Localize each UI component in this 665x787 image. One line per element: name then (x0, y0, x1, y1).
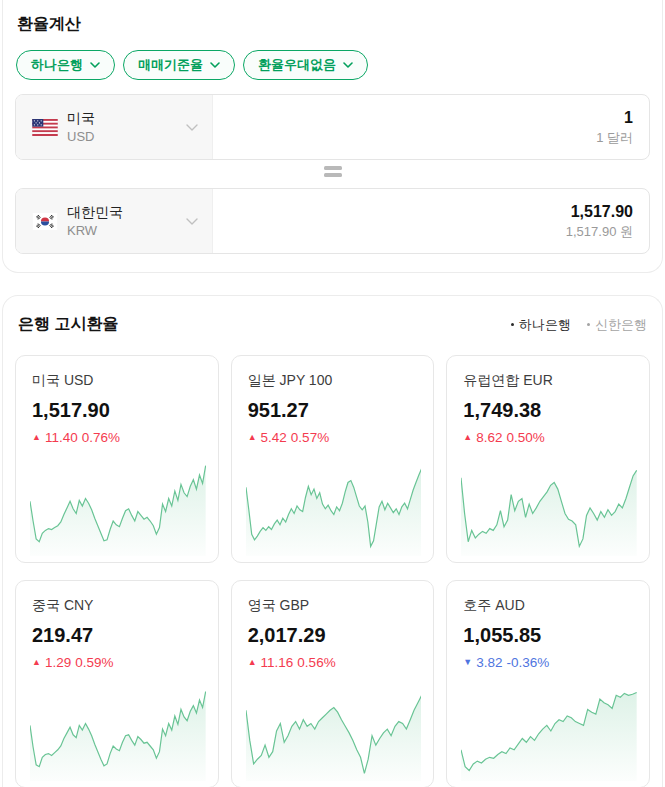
to-amount-field[interactable]: 1,517.90 1,517.90 원 (213, 189, 649, 253)
rate-value: 1,055.85 (463, 623, 633, 647)
rate-card-gbp[interactable]: 영국 GBP 2,017.29 ▲ 11.16 0.56% (231, 580, 435, 787)
rate-card-grid: 미국 USD 1,517.90 ▲ 11.40 0.76% 일본 JPY 100… (15, 355, 650, 787)
us-flag-icon (32, 119, 58, 136)
rate-change: ▼ 3.82 -0.36% (463, 655, 633, 670)
rate-type-label: 매매기준율 (138, 56, 203, 74)
up-arrow-icon: ▲ (32, 658, 41, 667)
bank-rates-card: 은행 고시환율 하나은행 신한은행 미국 USD 1,517.90 ▲ 11.4… (2, 295, 663, 787)
to-currency-selector[interactable]: 대한민국 KRW (16, 189, 213, 253)
rate-name: 일본 JPY 100 (248, 372, 418, 389)
up-arrow-icon: ▲ (463, 433, 472, 442)
trend-chart (461, 681, 637, 781)
down-arrow-icon: ▼ (463, 658, 472, 667)
to-country-label: 대한민국 (67, 204, 123, 221)
from-currency-selector[interactable]: 미국 USD (16, 95, 213, 159)
rate-name: 미국 USD (32, 372, 202, 389)
rate-change: ▲ 11.40 0.76% (32, 430, 202, 445)
rate-card-eur[interactable]: 유럽연합 EUR 1,749.38 ▲ 8.62 0.50% (446, 355, 650, 563)
rate-change-amount: 11.16 (261, 655, 294, 670)
trend-chart (246, 456, 422, 556)
rate-card-usd[interactable]: 미국 USD 1,517.90 ▲ 11.40 0.76% (15, 355, 219, 563)
rate-change-pct: 0.76% (82, 430, 120, 445)
rate-change-pct: 0.57% (291, 430, 329, 445)
chevron-down-icon (210, 62, 220, 68)
trend-chart (30, 456, 206, 556)
chevron-down-icon (186, 124, 198, 131)
to-amount-value[interactable]: 1,517.90 (571, 202, 633, 221)
rate-change-amount: 8.62 (476, 430, 502, 445)
calculator-filter-row: 하나은행 매매기준율 환율우대없음 (15, 50, 650, 80)
rate-card-cny[interactable]: 중국 CNY 219.47 ▲ 1.29 0.59% (15, 580, 219, 787)
to-amount-sub: 1,517.90 원 (566, 224, 633, 240)
trend-chart (30, 681, 206, 781)
rate-value: 1,517.90 (32, 398, 202, 422)
bank-toggle-group: 하나은행 신한은행 (511, 316, 647, 334)
bank-select-button[interactable]: 하나은행 (16, 50, 115, 80)
from-amount-field[interactable]: 1 1 달러 (213, 95, 649, 159)
bank-select-label: 하나은행 (31, 56, 83, 74)
from-currency-names: 미국 USD (67, 110, 95, 145)
rate-value: 1,749.38 (463, 398, 633, 422)
rate-name: 호주 AUD (463, 597, 633, 614)
discount-select-button[interactable]: 환율우대없음 (243, 50, 368, 80)
rate-card-aud[interactable]: 호주 AUD 1,055.85 ▼ 3.82 -0.36% (446, 580, 650, 787)
up-arrow-icon: ▲ (248, 433, 257, 442)
kr-flag-icon (32, 213, 58, 230)
from-country-label: 미국 (67, 110, 95, 127)
rate-value: 951.27 (248, 398, 418, 422)
trend-chart (246, 681, 422, 781)
bullet-dot (511, 323, 514, 326)
rate-change-amount: 5.42 (261, 430, 287, 445)
rate-name: 영국 GBP (248, 597, 418, 614)
rate-change: ▲ 1.29 0.59% (32, 655, 202, 670)
rate-name: 유럽연합 EUR (463, 372, 633, 389)
from-amount-value[interactable]: 1 (624, 108, 633, 127)
chevron-down-icon (90, 62, 100, 68)
bank-toggle-hana[interactable]: 하나은행 (511, 316, 571, 334)
chevron-down-icon (343, 62, 353, 68)
up-arrow-icon: ▲ (32, 433, 41, 442)
bank-toggle-shinhan[interactable]: 신한은행 (587, 316, 647, 334)
bank-rates-title: 은행 고시환율 (18, 314, 118, 335)
bullet-dot (587, 323, 590, 326)
rate-value: 2,017.29 (248, 623, 418, 647)
bank-rates-header: 은행 고시환율 하나은행 신한은행 (15, 314, 650, 335)
rate-change: ▲ 5.42 0.57% (248, 430, 418, 445)
discount-label: 환율우대없음 (258, 56, 336, 74)
bank-toggle-hana-label: 하나은행 (519, 316, 571, 334)
rate-change-amount: 3.82 (476, 655, 502, 670)
rate-change-pct: -0.36% (507, 655, 550, 670)
rate-change: ▲ 11.16 0.56% (248, 655, 418, 670)
swap-currencies-handle[interactable] (15, 163, 650, 179)
from-code-label: USD (67, 129, 95, 145)
rate-change-amount: 11.40 (45, 430, 78, 445)
rate-type-select-button[interactable]: 매매기준율 (123, 50, 235, 80)
rate-change-pct: 0.56% (297, 655, 335, 670)
rate-change-amount: 1.29 (45, 655, 71, 670)
calculator-title: 환율계산 (15, 12, 650, 35)
rate-card-jpy[interactable]: 일본 JPY 100 951.27 ▲ 5.42 0.57% (231, 355, 435, 563)
rate-change-pct: 0.50% (507, 430, 545, 445)
rate-change-pct: 0.59% (75, 655, 113, 670)
to-currency-row: 대한민국 KRW 1,517.90 1,517.90 원 (15, 188, 650, 254)
rate-value: 219.47 (32, 623, 202, 647)
up-arrow-icon: ▲ (248, 658, 257, 667)
exchange-calculator-card: 환율계산 하나은행 매매기준율 환율우대없음 (2, 0, 663, 273)
chevron-down-icon (186, 218, 198, 225)
trend-chart (461, 456, 637, 556)
to-currency-names: 대한민국 KRW (67, 204, 123, 239)
to-code-label: KRW (67, 223, 123, 239)
rate-change: ▲ 8.62 0.50% (463, 430, 633, 445)
from-currency-row: 미국 USD 1 1 달러 (15, 94, 650, 160)
bank-toggle-shinhan-label: 신한은행 (595, 316, 647, 334)
from-amount-sub: 1 달러 (596, 130, 633, 146)
rate-name: 중국 CNY (32, 597, 202, 614)
